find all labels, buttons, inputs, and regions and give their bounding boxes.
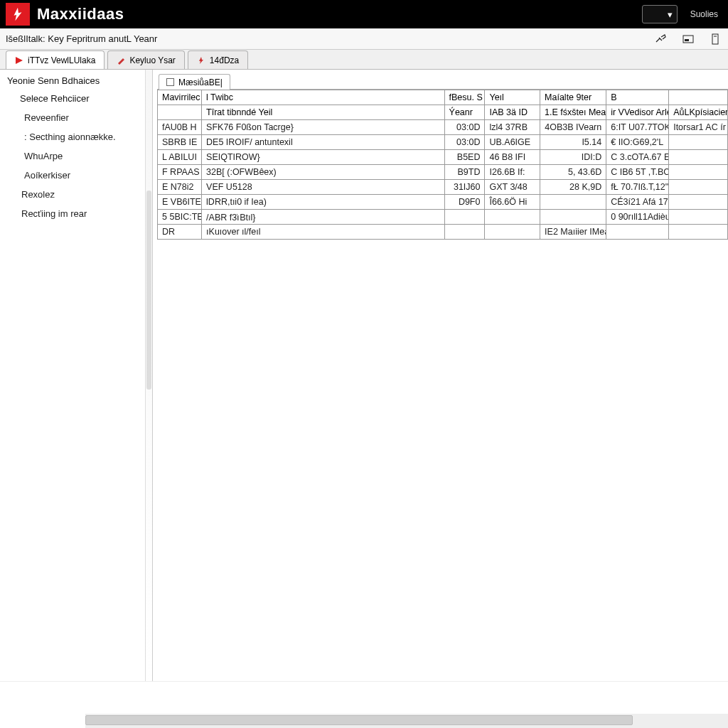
header-dropdown[interactable]: ▾ xyxy=(642,5,678,23)
cell xyxy=(485,210,540,225)
scrollbar-thumb[interactable] xyxy=(85,715,633,725)
cell: VEF U5128 xyxy=(202,180,444,195)
table-row[interactable]: SBRB IEDE5 IROIF/ antuntexil03:0DUB.A6IG… xyxy=(158,135,728,150)
inner-tab-label: MæsiůaBE| xyxy=(178,77,223,87)
cell xyxy=(669,150,728,165)
cell: C 3.cOTA.67 EL' xyxy=(606,150,669,165)
cell: L ABILUI xyxy=(158,150,202,165)
col-5[interactable]: B xyxy=(606,90,669,105)
cell xyxy=(540,195,606,210)
table-row[interactable]: fAU0B HSFK76 F0ßon Tacrge}03:0Dlzl4 37RB… xyxy=(158,120,728,135)
flame-icon xyxy=(10,6,26,22)
inner-tab-checkbox[interactable] xyxy=(166,78,174,86)
cell: 4OB3B IVearn xyxy=(540,120,606,135)
cell: I26.6B If: xyxy=(485,165,540,180)
tab-2[interactable]: 14đDza xyxy=(188,50,248,69)
cell: F RPAAS xyxy=(158,165,202,180)
sidebar-item-1[interactable]: : Secthing aionnække. xyxy=(7,127,145,146)
sidebar-scrollbar[interactable] xyxy=(145,70,152,681)
cell: Î66.6Ö Hi xyxy=(485,195,540,210)
app-header: Maxxiidaas ▾ Suolies xyxy=(0,0,728,28)
cell: /ABR fּוֹ3Btıl} xyxy=(202,210,444,225)
breadcrumb-text: IšeßlItalk: Key Fepritrum anutL Yeanr xyxy=(6,33,157,44)
hdr-0[interactable] xyxy=(158,105,202,120)
cell xyxy=(669,180,728,195)
col-3[interactable]: Yeıl xyxy=(485,90,540,105)
sidebar-item-3[interactable]: Aoíkerkiser xyxy=(7,166,145,185)
hdr-3[interactable]: IAB 3ä ID xyxy=(485,105,540,120)
cell: 0 90rıll11Adièuc xyxy=(606,210,669,225)
hdr-1[interactable]: Tîrat tibnndé Yeil xyxy=(202,105,444,120)
sidebar-heading-1: Yeonie Senn Bdhaices xyxy=(7,75,145,86)
cell: 28 K,9D xyxy=(540,180,606,195)
cell: E VB6ITE xyxy=(158,195,202,210)
scrollbar-thumb[interactable] xyxy=(146,191,151,390)
cell: 31IJ60 xyxy=(444,180,485,195)
cell: DE5 IROIF/ antuntexil xyxy=(202,135,444,150)
cell: fAU0B H xyxy=(158,120,202,135)
cell: 6:IT U07.7TOK8 xyxy=(606,120,669,135)
cell xyxy=(444,210,485,225)
cell xyxy=(669,135,728,150)
window-icon[interactable] xyxy=(681,33,695,46)
header-button[interactable]: Suolies xyxy=(686,6,722,22)
sidebar-item-5[interactable]: Recťiing im rear xyxy=(7,204,145,223)
cell: D9F0 xyxy=(444,195,485,210)
col-6[interactable] xyxy=(669,90,728,105)
svg-rect-1 xyxy=(685,39,689,41)
ftr-4: IE2 Maıiier IMeáı+ xyxy=(540,225,606,240)
col-4[interactable]: Maíalte 9ter xyxy=(540,90,606,105)
sidebar-item-2[interactable]: WhuArpe xyxy=(7,146,145,166)
table-row[interactable]: L ABILUISEIQTIROW}B5ED46 B8 IFIIDI:DC 3.… xyxy=(158,150,728,165)
hdr-5[interactable]: ir VVedisor Arle xyxy=(606,105,669,120)
brand-logo xyxy=(6,3,30,26)
flame-small-icon xyxy=(197,56,205,65)
sidebar: Yeonie Senn Bdhaices Selece Rehciicer Re… xyxy=(0,70,153,681)
cell: € IIO:G69,2'L xyxy=(606,135,669,150)
cell: B5ED xyxy=(444,150,485,165)
cell: E N78i2 xyxy=(158,180,202,195)
tool-icon[interactable] xyxy=(654,33,668,46)
grid-footer-row[interactable]: DR ıKuıover ıl/feıl IE2 Maıiier IMeáı+ xyxy=(158,225,728,240)
cell: lzl4 37RB xyxy=(485,120,540,135)
sidebar-item-0[interactable]: Reveenfier xyxy=(7,108,145,127)
arrow-icon xyxy=(15,56,23,65)
data-grid: Mavirrilec l Twibc fBesu. S Yeıl Maíalte… xyxy=(157,89,728,240)
grid-subheader-row: Tîrat tibnndé Yeil Ýeanr IAB 3ä ID 1.E f… xyxy=(158,105,728,120)
content-body: Yeonie Senn Bdhaices Selece Rehciicer Re… xyxy=(0,70,728,681)
col-2[interactable]: fBesu. S xyxy=(444,90,485,105)
tab-1[interactable]: Keyluo Ysar xyxy=(107,50,184,69)
breadcrumb-bar: IšeßlItalk: Key Fepritrum anutL Yeanr xyxy=(0,28,728,50)
ftr-1: ıKuıover ıl/feıl xyxy=(202,225,444,240)
ftr-5 xyxy=(606,225,669,240)
table-row[interactable]: E VB6ITElDRR,tıi0 if Iea)D9F0Î66.6Ö HiCÉ… xyxy=(158,195,728,210)
ftr-0: DR xyxy=(158,225,202,240)
horizontal-scrollbar[interactable] xyxy=(85,714,728,728)
col-1[interactable]: l Twibc xyxy=(202,90,444,105)
cell: 32B[ (:OFWBêex) xyxy=(202,165,444,180)
cell: I5.14 xyxy=(540,135,606,150)
cell: SBRB IE xyxy=(158,135,202,150)
svg-rect-2 xyxy=(712,34,718,44)
cell: IDI:D xyxy=(540,150,606,165)
table-row[interactable]: E N78i2VEF U512831IJ60GXT 3/4828 K,9DfŁ … xyxy=(158,180,728,195)
sidebar-item-4[interactable]: Rexolez xyxy=(7,185,145,204)
inner-tab[interactable]: MæsiůaBE| xyxy=(159,74,230,90)
cell xyxy=(540,210,606,225)
cell: B9TD xyxy=(444,165,485,180)
grid-table: Mavirrilec l Twibc fBesu. S Yeıl Maíalte… xyxy=(157,90,728,240)
table-row[interactable]: F RPAAS32B[ (:OFWBêex)B9TDI26.6B If:5, 4… xyxy=(158,165,728,180)
device-icon[interactable] xyxy=(708,33,722,46)
hdr-4[interactable]: 1.E fśxšteı Mean xyxy=(540,105,606,120)
hdr-2[interactable]: Ýeanr xyxy=(444,105,485,120)
table-row[interactable]: 5 5BIC:TE/ABR fּוֹ3Btıl}0 90rıll11Adièuc xyxy=(158,210,728,225)
cell: CÉ3í21 Afá 17Tı8 xyxy=(606,195,669,210)
hdr-6[interactable]: AůLKpísiacier xyxy=(669,105,728,120)
col-0[interactable]: Mavirrilec xyxy=(158,90,202,105)
tab-0[interactable]: iTTvz VewlLUlaka xyxy=(6,50,105,69)
tab-label: iTTvz VewlLUlaka xyxy=(28,55,95,65)
cell: lDRR,tıi0 if Iea) xyxy=(202,195,444,210)
cell: 03:0D xyxy=(444,135,485,150)
sidebar-heading-2[interactable]: Selece Rehciicer xyxy=(20,93,145,104)
cell: fŁ 70.7Iß.T,12"í xyxy=(606,180,669,195)
